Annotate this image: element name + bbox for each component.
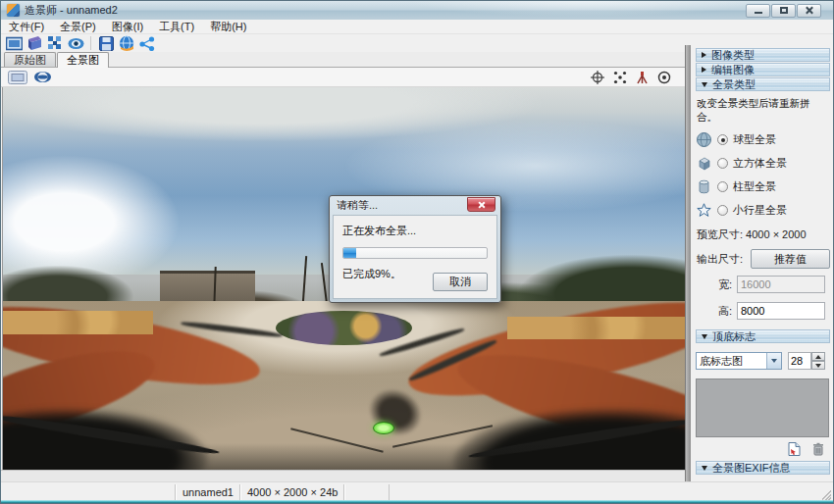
menu-file[interactable]: 文件(F): [1, 20, 52, 33]
section-label: 图像类型: [711, 48, 755, 63]
radio-spherical[interactable]: [717, 134, 728, 145]
fit-view-icon[interactable]: [613, 71, 627, 84]
minimize-icon: [755, 12, 762, 14]
status-filename: unnamed1: [176, 484, 240, 500]
target-icon[interactable]: [657, 71, 671, 84]
panorama-rocks: [3, 311, 153, 333]
expanded-arrow-icon: [702, 466, 707, 471]
expanded-arrow-icon: [702, 334, 707, 339]
progress-fill: [343, 248, 356, 258]
option-spherical[interactable]: 球型全景: [696, 131, 830, 148]
section-label: 全景类型: [712, 77, 756, 92]
option-little-planet[interactable]: 小行星全景: [696, 202, 830, 219]
tripod-icon[interactable]: [636, 71, 649, 84]
delete-logo-icon[interactable]: [812, 442, 824, 456]
section-logo[interactable]: 顶底标志: [696, 329, 830, 343]
dialog-message: 正在发布全景...: [342, 224, 488, 238]
spinner-up-icon[interactable]: [811, 352, 825, 361]
width-label: 宽:: [696, 277, 737, 292]
option-cylindrical[interactable]: 柱型全景: [696, 178, 830, 195]
cube-icon: [696, 156, 712, 172]
menu-panorama[interactable]: 全景(P): [52, 20, 104, 33]
output-size-label: 输出尺寸:: [696, 252, 751, 267]
status-image-info: 4000 × 2000 × 24b: [240, 484, 344, 500]
title-bar: 造景师 - unnamed2: [1, 1, 833, 20]
option-label: 柱型全景: [733, 179, 776, 194]
toolbar-separator: [90, 36, 91, 50]
expanded-arrow-icon: [702, 82, 707, 87]
flat-view-icon[interactable]: [7, 70, 28, 85]
window-title: 造景师 - unnamed2: [25, 3, 118, 18]
sphere-icon: [696, 132, 712, 148]
width-input[interactable]: [737, 276, 825, 293]
save-icon[interactable]: [97, 35, 115, 52]
panorama-bottom-shade: [3, 443, 685, 470]
menu-bar: 文件(F) 全景(P) 图像(I) 工具(T) 帮助(H): [1, 20, 833, 34]
cylinder-icon: [696, 179, 712, 195]
logo-type-dropdown[interactable]: 底标志图: [696, 352, 782, 370]
logo-size-input[interactable]: [788, 352, 811, 370]
section-label: 编辑图像: [711, 63, 755, 77]
height-input[interactable]: [737, 302, 825, 320]
stitch-icon[interactable]: [46, 35, 64, 52]
recommended-size-button[interactable]: 推荐值: [751, 249, 830, 269]
section-label: 全景图EXIF信息: [712, 461, 790, 476]
close-icon: [478, 201, 486, 209]
logo-preview-box: [696, 378, 829, 437]
cancel-button[interactable]: 取消: [433, 273, 488, 291]
share-icon[interactable]: [138, 35, 156, 52]
tab-panorama[interactable]: 全景图: [57, 52, 109, 68]
panorama-rocks: [507, 317, 685, 339]
progress-bar: [342, 247, 488, 259]
option-label: 球型全景: [733, 132, 776, 147]
section-label: 顶底标志: [712, 329, 756, 344]
crosshair-icon[interactable]: [591, 71, 604, 84]
radio-cylindrical[interactable]: [717, 181, 728, 192]
viewer-bottom-strip: [1, 470, 685, 481]
minimize-button[interactable]: [746, 4, 770, 18]
pano-type-note: 改变全景类型后请重新拼合。: [697, 97, 830, 125]
section-pano-type[interactable]: 全景类型: [696, 77, 830, 91]
menu-help[interactable]: 帮助(H): [202, 20, 254, 33]
option-label: 立方体全景: [733, 156, 787, 171]
logo-type-value: 底标志图: [697, 354, 766, 369]
close-icon: [805, 6, 813, 15]
add-logo-icon[interactable]: [788, 442, 801, 456]
close-button[interactable]: [797, 4, 821, 18]
section-image-type[interactable]: 图像类型: [696, 48, 830, 62]
option-label: 小行星全景: [733, 203, 787, 218]
star-icon: [696, 203, 712, 219]
option-cubic[interactable]: 立方体全景: [696, 155, 830, 172]
menu-image[interactable]: 图像(I): [104, 20, 151, 33]
spinner-down-icon[interactable]: [811, 361, 825, 370]
status-empty-cell: [344, 484, 390, 500]
progress-dialog: 请稍等... 正在发布全景... 已完成9%。 取消: [329, 195, 501, 303]
collapsed-arrow-icon: [702, 67, 706, 73]
dropdown-arrow-icon[interactable]: [766, 353, 781, 369]
app-window: 造景师 - unnamed2 文件(F) 全景(P) 图像(I) 工具(T) 帮…: [0, 0, 834, 504]
status-spacer: [1, 484, 176, 500]
section-edit-image[interactable]: 编辑图像: [696, 63, 830, 76]
browser-icon[interactable]: [118, 35, 135, 52]
dialog-title: 请稍等...: [337, 198, 378, 213]
view-tabs: 原始图 全景图: [1, 52, 685, 68]
open-panorama-icon[interactable]: [5, 35, 23, 52]
maximize-icon: [780, 7, 788, 14]
sphere-view-icon[interactable]: [31, 70, 53, 85]
dialog-body: 正在发布全景... 已完成9%。 取消: [333, 215, 497, 299]
status-bar: unnamed1 4000 × 2000 × 24b: [1, 481, 833, 502]
settings-panel: 图像类型 编辑图像 全景类型 改变全景类型后请重新拼合。 球型全景 立方体全景: [691, 45, 834, 481]
radio-cubic[interactable]: [717, 158, 728, 169]
publish-icon[interactable]: [26, 35, 43, 52]
menu-tools[interactable]: 工具(T): [151, 20, 202, 33]
collapsed-arrow-icon: [702, 52, 706, 58]
taskbar-edge: [1, 500, 833, 503]
radio-little-planet[interactable]: [717, 205, 728, 216]
preview-icon[interactable]: [67, 35, 84, 52]
dialog-close-button[interactable]: [467, 197, 495, 212]
section-exif[interactable]: 全景图EXIF信息: [696, 461, 830, 475]
logo-size-spinner: [788, 352, 825, 370]
tab-original-image[interactable]: 原始图: [4, 52, 56, 67]
nadir-marker: [373, 422, 394, 434]
maximize-button[interactable]: [771, 4, 796, 18]
